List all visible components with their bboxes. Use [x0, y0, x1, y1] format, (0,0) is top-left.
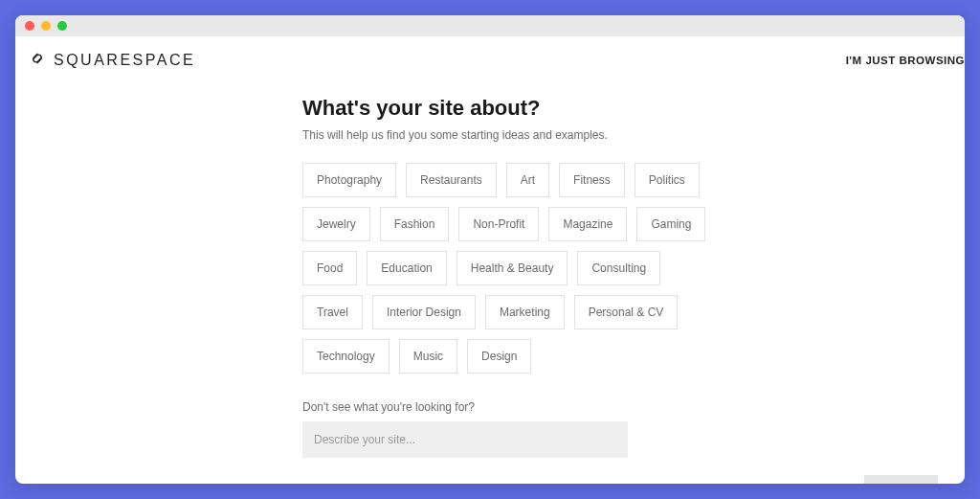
category-chip[interactable]: Fitness [559, 163, 625, 197]
category-chip[interactable]: Photography [302, 163, 396, 197]
category-chip[interactable]: Personal & CV [574, 295, 679, 329]
onboarding-main: What's your site about? This will help u… [15, 84, 965, 484]
category-chip[interactable]: Technology [302, 339, 390, 374]
category-chip[interactable]: Design [467, 339, 531, 374]
window-close-icon[interactable] [25, 21, 34, 31]
just-browsing-link[interactable]: I'M JUST BROWSING [846, 55, 965, 66]
page-title: What's your site about? [302, 96, 724, 121]
category-chip[interactable]: Consulting [577, 251, 660, 285]
alt-prompt-label: Don't see what you're looking for? [302, 400, 724, 414]
describe-site-input[interactable] [302, 421, 628, 458]
category-chip[interactable]: Education [367, 251, 446, 285]
category-chip[interactable]: Travel [302, 295, 363, 329]
category-chip[interactable]: Art [506, 163, 549, 197]
footer-actions: SKIP NEXT [15, 458, 965, 484]
category-chip[interactable]: Non-Profit [458, 207, 539, 241]
squarespace-logo-icon [29, 50, 46, 71]
window-titlebar [15, 15, 965, 36]
window-zoom-icon[interactable] [57, 21, 67, 31]
category-chip[interactable]: Gaming [636, 207, 705, 241]
category-chip[interactable]: Restaurants [406, 163, 497, 197]
brand-name: SQUARESPACE [54, 52, 195, 69]
app-header: SQUARESPACE I'M JUST BROWSING [15, 36, 965, 84]
category-chip[interactable]: Jewelry [302, 207, 370, 241]
category-chip-group: PhotographyRestaurantsArtFitnessPolitics… [302, 163, 724, 374]
category-chip[interactable]: Health & Beauty [457, 251, 568, 285]
category-chip[interactable]: Magazine [548, 207, 627, 241]
brand-logo[interactable]: SQUARESPACE [29, 50, 195, 71]
category-chip[interactable]: Music [399, 339, 457, 374]
category-chip[interactable]: Fashion [380, 207, 450, 241]
page-subtitle: This will help us find you some starting… [302, 128, 724, 142]
next-button[interactable]: NEXT [864, 475, 938, 484]
window-minimize-icon[interactable] [41, 21, 51, 31]
category-chip[interactable]: Politics [635, 163, 700, 197]
app-window: SQUARESPACE I'M JUST BROWSING What's you… [15, 15, 965, 484]
category-chip[interactable]: Marketing [485, 295, 565, 329]
category-chip[interactable]: Food [302, 251, 357, 285]
onboarding-content: What's your site about? This will help u… [302, 96, 724, 458]
category-chip[interactable]: Interior Design [372, 295, 476, 329]
